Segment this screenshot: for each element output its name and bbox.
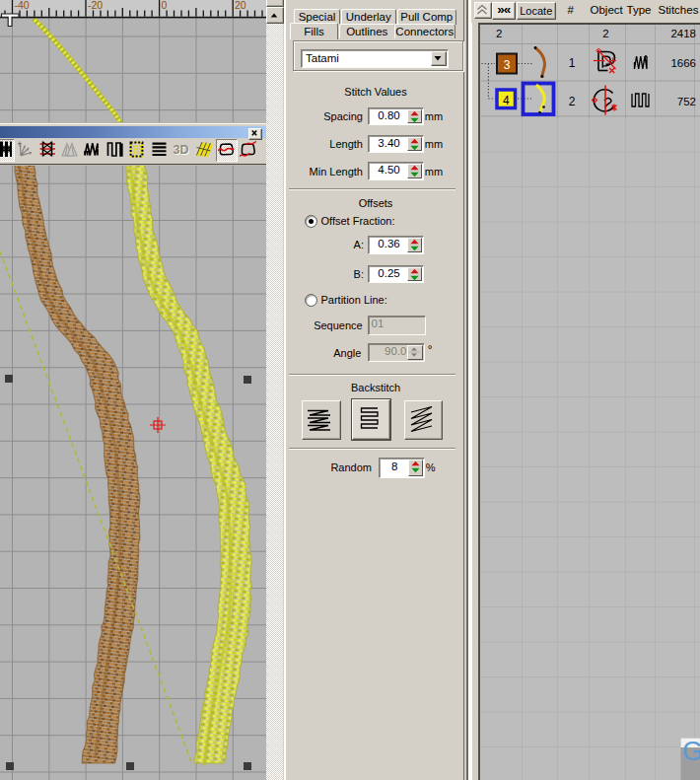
svg-text:752: 752: [677, 96, 696, 107]
svg-text:2418: 2418: [670, 28, 696, 39]
svg-text:2: 2: [602, 28, 608, 39]
svg-text:4: 4: [503, 94, 510, 107]
svg-text:G: G: [682, 737, 700, 766]
svg-text:0: 0: [162, 0, 168, 11]
svg-text:1666: 1666: [670, 57, 696, 69]
svg-text:20: 20: [235, 0, 246, 11]
svg-text:2: 2: [569, 95, 576, 108]
svg-text:2: 2: [496, 28, 502, 39]
svg-text:1: 1: [569, 56, 576, 70]
svg-text:3: 3: [504, 58, 511, 72]
svg-text:-20: -20: [88, 0, 103, 11]
svg-text:3D: 3D: [174, 142, 189, 156]
svg-text:-40: -40: [15, 0, 30, 11]
